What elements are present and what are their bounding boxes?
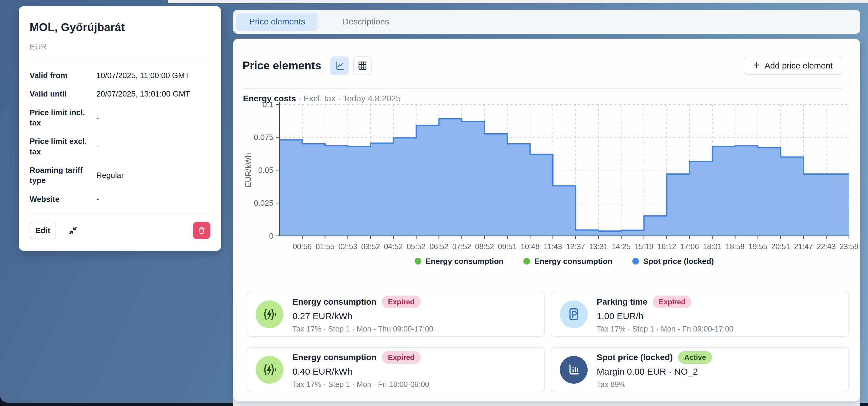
- tariff-fields: Valid from 10/07/2025, 11:00:00 GMT Vali…: [30, 70, 210, 204]
- status-badge: Expired: [653, 296, 691, 308]
- tariff-currency: EUR: [30, 42, 210, 52]
- tariff-actions: Edit: [30, 222, 210, 239]
- status-badge: Active: [678, 351, 712, 364]
- svg-text:0.025: 0.025: [254, 199, 273, 207]
- charging-icon: [256, 300, 283, 328]
- svg-text:02:53: 02:53: [338, 242, 357, 251]
- divider: [30, 213, 210, 214]
- svg-text:03:52: 03:52: [361, 242, 380, 251]
- delete-button[interactable]: [193, 222, 210, 239]
- price-element-card-parking[interactable]: Parking time Expired 1.00 EUR/h Tax 17% …: [551, 292, 849, 337]
- field-label: Valid until: [30, 89, 88, 99]
- table-view-button[interactable]: [353, 57, 372, 75]
- legend-item-energy-consumption: Energy consumption: [523, 257, 612, 266]
- field-row-website: Website -: [30, 194, 210, 204]
- bar-chart-icon: [560, 356, 588, 384]
- trash-icon: [196, 225, 207, 236]
- legend-dot-green: [523, 258, 530, 265]
- field-value: -: [96, 194, 99, 204]
- price-card-details: Tax 17% · Step 1 · Mon - Fri 18:00-09:00: [292, 380, 429, 389]
- svg-text:07:52: 07:52: [453, 242, 471, 251]
- field-row-roaming-tariff-type: Roaming tariff type Regular: [30, 165, 210, 186]
- svg-text:0.1: 0.1: [262, 100, 273, 109]
- panel-title: Price elements: [242, 60, 321, 72]
- price-card-title: Energy consumption: [292, 352, 376, 362]
- price-card-text: Parking time Expired 1.00 EUR/h Tax 17% …: [597, 296, 734, 333]
- field-label: Roaming tariff type: [30, 165, 88, 186]
- parking-icon: [560, 300, 588, 328]
- field-row-valid-from: Valid from 10/07/2025, 11:00:00 GMT: [30, 70, 210, 80]
- svg-text:22:43: 22:43: [817, 242, 836, 251]
- field-label: Price limit excl. tax: [30, 136, 88, 157]
- divider: [30, 61, 210, 61]
- legend-dot-green: [415, 258, 421, 265]
- status-badge: Expired: [382, 351, 421, 364]
- view-toggle-group: [330, 57, 372, 75]
- tab-price-elements[interactable]: Price elements: [236, 13, 318, 31]
- edit-button[interactable]: Edit: [30, 222, 56, 239]
- field-value: 20/07/2025, 13:01:00 GMT: [96, 89, 190, 99]
- legend-item-spot-price: Spot price (locked): [632, 257, 714, 266]
- svg-text:23:59: 23:59: [840, 242, 859, 251]
- tab-descriptions[interactable]: Descriptions: [329, 13, 402, 31]
- app-screen: MOL, Győrújbarát EUR Valid from 10/07/20…: [0, 0, 868, 406]
- svg-text:13:31: 13:31: [589, 242, 608, 251]
- svg-text:20:51: 20:51: [771, 242, 790, 251]
- field-value: -: [96, 141, 99, 151]
- svg-text:19:55: 19:55: [748, 242, 768, 251]
- add-price-element-button[interactable]: + Add price element: [744, 57, 842, 75]
- field-value: Regular: [96, 170, 124, 180]
- field-label: Website: [30, 194, 88, 204]
- tariff-title: MOL, Győrújbarát: [30, 21, 210, 34]
- svg-text:08:52: 08:52: [475, 242, 494, 251]
- legend-dot-blue: [632, 258, 639, 265]
- divider: [242, 89, 842, 89]
- legend-item-energy-consumption: Energy consumption: [415, 257, 504, 266]
- price-card-price: 0.40 EUR/kWh: [292, 367, 429, 377]
- collapse-icon[interactable]: [66, 224, 80, 237]
- svg-text:10:48: 10:48: [521, 242, 539, 251]
- svg-text:0.075: 0.075: [254, 133, 273, 142]
- price-card-text: Spot price (locked) Active Margin 0.00 E…: [597, 351, 712, 389]
- chart-view-button[interactable]: [330, 57, 349, 75]
- chart-svg: 00.0250.050.0750.100:5601:5502:5303:5204…: [239, 100, 861, 254]
- tariff-summary-card: MOL, Győrújbarát EUR Valid from 10/07/20…: [19, 6, 221, 251]
- plus-icon: +: [753, 60, 760, 71]
- field-label: Price limit incl. tax: [30, 107, 88, 128]
- table-icon: [356, 60, 369, 72]
- svg-text:12:37: 12:37: [566, 242, 585, 251]
- line-chart-icon: [334, 60, 346, 72]
- svg-text:0.05: 0.05: [258, 166, 273, 175]
- tab-bar: Price elements Descriptions: [233, 10, 860, 34]
- svg-text:14:25: 14:25: [612, 242, 631, 251]
- price-card-price: Margin 0.00 EUR · NO_2: [597, 367, 712, 377]
- price-element-card-energy-2[interactable]: Energy consumption Expired 0.40 EUR/kWh …: [247, 347, 545, 393]
- svg-text:09:51: 09:51: [498, 242, 517, 251]
- price-element-card-spot-price[interactable]: Spot price (locked) Active Margin 0.00 E…: [551, 347, 849, 393]
- price-card-details: Tax 17% · Step 1 · Mon - Thu 09:00-17:00: [292, 325, 433, 333]
- svg-text:00:56: 00:56: [293, 242, 312, 251]
- price-card-details: Tax 89%: [597, 380, 712, 389]
- charging-icon: [256, 356, 283, 384]
- energy-costs-chart: 00.0250.050.0750.100:5601:5502:5303:5204…: [239, 100, 861, 254]
- svg-text:18:01: 18:01: [703, 242, 722, 251]
- field-value: -: [96, 112, 99, 123]
- price-elements-panel: Price elements: [233, 39, 860, 401]
- field-label: Valid from: [30, 70, 88, 80]
- svg-text:01:55: 01:55: [316, 242, 335, 251]
- svg-text:21:47: 21:47: [794, 242, 813, 251]
- svg-text:11:43: 11:43: [544, 242, 562, 251]
- field-value: 10/07/2025, 11:00:00 GMT: [96, 70, 189, 80]
- svg-text:04:52: 04:52: [384, 242, 403, 251]
- background-top-strip: [168, 0, 868, 3]
- field-row-price-limit-incl: Price limit incl. tax -: [30, 107, 210, 128]
- price-element-card-energy-1[interactable]: Energy consumption Expired 0.27 EUR/kWh …: [247, 292, 545, 337]
- price-card-title: Spot price (locked): [597, 352, 673, 362]
- chart-legend: Energy consumption Energy consumption Sp…: [279, 255, 849, 268]
- price-card-details: Tax 17% · Step 1 · Mon - Fri 09:00-17:00: [597, 325, 734, 333]
- svg-text:05:52: 05:52: [407, 242, 426, 251]
- price-card-price: 0.27 EUR/kWh: [292, 311, 433, 321]
- add-price-element-label: Add price element: [765, 61, 833, 71]
- svg-text:15:19: 15:19: [634, 242, 653, 251]
- price-card-text: Energy consumption Expired 0.27 EUR/kWh …: [292, 296, 433, 333]
